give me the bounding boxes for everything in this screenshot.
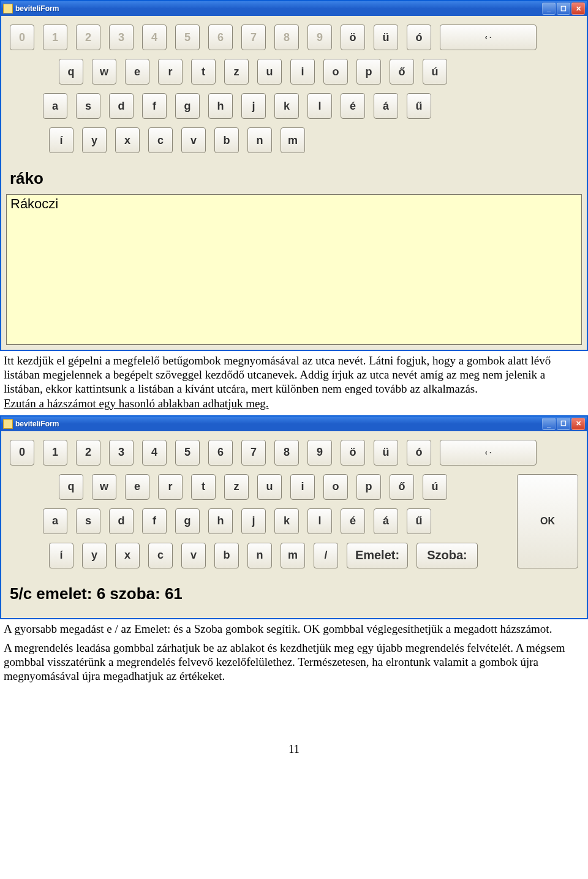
key-d[interactable]: d	[109, 93, 134, 119]
key-e[interactable]: e	[125, 474, 149, 500]
key-u[interactable]: u	[257, 59, 282, 85]
key-i-acute[interactable]: í	[49, 543, 74, 568]
key-j[interactable]: j	[241, 508, 266, 534]
maximize-button[interactable]: ☐	[557, 2, 570, 15]
key-c[interactable]: c	[148, 543, 173, 568]
key-o[interactable]: o	[323, 59, 348, 85]
key-t[interactable]: t	[191, 59, 216, 85]
key-h[interactable]: h	[208, 93, 233, 119]
key-k[interactable]: k	[274, 508, 299, 534]
key-4[interactable]: 4	[142, 440, 167, 466]
key-y[interactable]: y	[82, 127, 107, 153]
key-i[interactable]: i	[290, 59, 315, 85]
key-o[interactable]: o	[323, 474, 348, 500]
key-k[interactable]: k	[274, 93, 299, 119]
key-4[interactable]: 4	[142, 25, 167, 50]
maximize-button[interactable]: ☐	[557, 418, 570, 430]
key-r[interactable]: r	[158, 59, 183, 85]
key-r[interactable]: r	[158, 474, 183, 500]
key-u[interactable]: u	[257, 474, 282, 500]
key-j[interactable]: j	[241, 93, 266, 119]
key-0[interactable]: 0	[10, 25, 34, 50]
key-l[interactable]: l	[307, 508, 332, 534]
close-button[interactable]: ✕	[571, 2, 585, 15]
key-n[interactable]: n	[247, 543, 272, 568]
key-p[interactable]: p	[356, 474, 381, 500]
key-8[interactable]: 8	[274, 440, 299, 466]
key-2[interactable]: 2	[76, 440, 100, 466]
key-e-acute[interactable]: é	[341, 508, 365, 534]
key-o-umlaut[interactable]: ö	[341, 25, 365, 50]
key-8[interactable]: 8	[274, 25, 299, 50]
key-f[interactable]: f	[142, 508, 167, 534]
key-z[interactable]: z	[224, 474, 249, 500]
key-g[interactable]: g	[175, 93, 200, 119]
key-e-acute[interactable]: é	[341, 93, 365, 119]
key-a[interactable]: a	[43, 93, 67, 119]
key-q[interactable]: q	[59, 59, 83, 85]
key-1[interactable]: 1	[43, 440, 67, 466]
minimize-button[interactable]: _	[542, 2, 556, 15]
key-o-dacute[interactable]: ő	[390, 59, 414, 85]
key-f[interactable]: f	[142, 93, 167, 119]
key-u-acute[interactable]: ú	[423, 59, 447, 85]
key-szoba[interactable]: Szoba:	[417, 543, 478, 568]
key-9[interactable]: 9	[307, 440, 332, 466]
key-u-umlaut[interactable]: ü	[374, 25, 398, 50]
key-i[interactable]: i	[290, 474, 315, 500]
key-d[interactable]: d	[109, 508, 134, 534]
key-6[interactable]: 6	[208, 440, 233, 466]
key-slash[interactable]: /	[314, 543, 338, 568]
key-o-umlaut[interactable]: ö	[341, 440, 365, 466]
key-e[interactable]: e	[125, 59, 149, 85]
key-t[interactable]: t	[191, 474, 216, 500]
key-x[interactable]: x	[115, 543, 140, 568]
key-backspace[interactable]: ‹ ·	[440, 25, 537, 50]
key-x[interactable]: x	[115, 127, 140, 153]
key-5[interactable]: 5	[175, 25, 200, 50]
close-button[interactable]: ✕	[571, 418, 585, 430]
ok-button[interactable]: OK	[517, 474, 578, 568]
key-a-acute[interactable]: á	[374, 508, 398, 534]
key-i-acute[interactable]: í	[49, 127, 74, 153]
key-s[interactable]: s	[76, 93, 100, 119]
key-h[interactable]: h	[208, 508, 233, 534]
key-u-dacute[interactable]: ű	[407, 93, 431, 119]
key-2[interactable]: 2	[76, 25, 100, 50]
key-u-umlaut[interactable]: ü	[374, 440, 398, 466]
key-y[interactable]: y	[82, 543, 107, 568]
key-3[interactable]: 3	[109, 25, 134, 50]
key-n[interactable]: n	[247, 127, 272, 153]
key-0[interactable]: 0	[10, 440, 34, 466]
key-c[interactable]: c	[148, 127, 173, 153]
key-w[interactable]: w	[92, 474, 116, 500]
minimize-button[interactable]: _	[542, 418, 556, 430]
key-3[interactable]: 3	[109, 440, 134, 466]
key-emelet[interactable]: Emelet:	[347, 543, 408, 568]
key-w[interactable]: w	[92, 59, 116, 85]
key-5[interactable]: 5	[175, 440, 200, 466]
key-a-acute[interactable]: á	[374, 93, 398, 119]
key-o-acute[interactable]: ó	[407, 440, 431, 466]
key-o-acute[interactable]: ó	[407, 25, 431, 50]
key-7[interactable]: 7	[241, 25, 266, 50]
key-backspace[interactable]: ‹ ·	[440, 440, 537, 466]
key-s[interactable]: s	[76, 508, 100, 534]
key-v[interactable]: v	[181, 543, 206, 568]
key-7[interactable]: 7	[241, 440, 266, 466]
key-b[interactable]: b	[214, 543, 239, 568]
key-u-dacute[interactable]: ű	[407, 508, 431, 534]
key-1[interactable]: 1	[43, 25, 67, 50]
key-o-dacute[interactable]: ő	[390, 474, 414, 500]
suggestions-listbox[interactable]: Rákoczi	[6, 194, 582, 345]
key-z[interactable]: z	[224, 59, 249, 85]
key-9[interactable]: 9	[307, 25, 332, 50]
key-u-acute[interactable]: ú	[423, 474, 447, 500]
key-p[interactable]: p	[356, 59, 381, 85]
key-q[interactable]: q	[59, 474, 83, 500]
key-m[interactable]: m	[281, 127, 305, 153]
key-v[interactable]: v	[181, 127, 206, 153]
key-b[interactable]: b	[214, 127, 239, 153]
key-6[interactable]: 6	[208, 25, 233, 50]
list-item[interactable]: Rákoczi	[7, 195, 581, 213]
